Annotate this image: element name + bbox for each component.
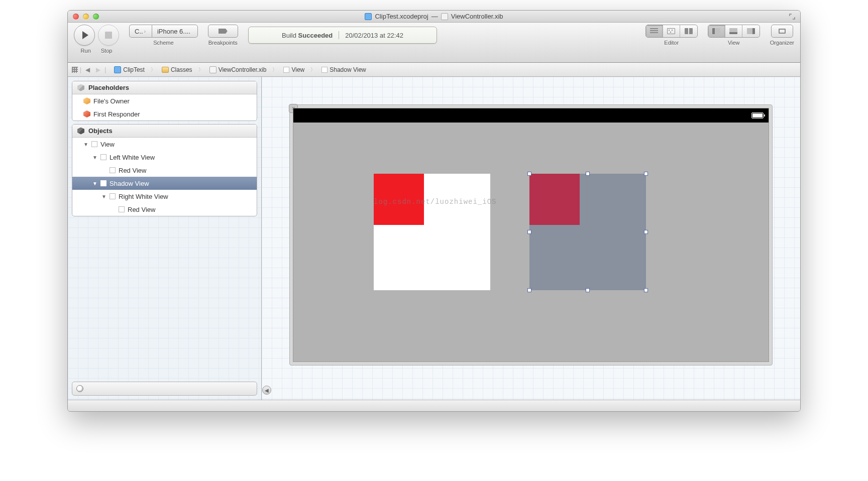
right-panel-icon xyxy=(747,28,755,34)
utilities-panel-button[interactable] xyxy=(742,25,759,37)
toolbar: Run Stop C..› iPhone 6.... Scheme Breakp… xyxy=(68,23,800,63)
scheme-device-button[interactable]: iPhone 6.... xyxy=(152,25,198,38)
chevron-right-icon: 〉 xyxy=(197,66,204,73)
fullscreen-button[interactable] xyxy=(788,13,796,21)
selection-handle[interactable] xyxy=(586,172,590,176)
simulated-status-bar xyxy=(293,108,769,123)
selection-handle[interactable] xyxy=(586,288,590,292)
back-button[interactable]: ◀ xyxy=(83,66,92,73)
outline-item-files-owner[interactable]: File's Owner xyxy=(72,94,257,107)
editor-mode-segment[interactable] xyxy=(645,25,698,38)
left-white-view[interactable] xyxy=(374,174,490,290)
xib-icon xyxy=(441,13,448,20)
breakpoints-label: Breakpoints xyxy=(208,40,238,46)
selection-handle[interactable] xyxy=(644,172,648,176)
scheme-selector[interactable]: C..› iPhone 6.... xyxy=(129,25,198,38)
selection-handle[interactable] xyxy=(527,230,531,234)
editor-label: Editor xyxy=(664,40,679,46)
folder-icon xyxy=(162,67,169,73)
run-group: Run Stop xyxy=(74,25,119,54)
objects-header: Objects xyxy=(72,125,257,138)
debug-panel-button[interactable] xyxy=(725,25,742,37)
view-icon xyxy=(110,167,116,173)
selection-handle[interactable] xyxy=(644,230,648,234)
assistant-editor-button[interactable] xyxy=(663,25,680,37)
disclosure-triangle-icon[interactable]: ▼ xyxy=(83,142,88,147)
disclosure-triangle-icon[interactable]: ▼ xyxy=(92,181,97,186)
outline-item-view[interactable]: ▼ View xyxy=(72,138,257,151)
path-seg-view[interactable]: View xyxy=(280,65,307,74)
placeholders-header: Placeholders xyxy=(72,81,257,94)
organizer-button[interactable] xyxy=(771,25,793,38)
objects-title: Objects xyxy=(88,127,113,135)
bottom-panel-icon xyxy=(729,28,737,34)
selection-handle[interactable] xyxy=(644,288,648,292)
close-window-button[interactable] xyxy=(73,14,79,20)
status-separator xyxy=(339,31,339,39)
selection-handle[interactable] xyxy=(527,288,531,292)
left-panel-icon xyxy=(712,28,720,34)
path-seg-xib[interactable]: ViewController.xib xyxy=(206,65,270,74)
build-status: Build Succeeded xyxy=(282,32,333,39)
cube-icon xyxy=(77,128,84,135)
window-title: ClipTest.xcodeproj — ViewController.xib xyxy=(68,13,800,20)
zoom-window-button[interactable] xyxy=(93,14,99,20)
forward-button[interactable]: ▶ xyxy=(94,66,102,73)
related-items-icon[interactable] xyxy=(72,67,78,73)
outline-item-red2[interactable]: Red View xyxy=(72,203,257,216)
interface-builder-canvas[interactable]: ◀ × xyxy=(262,77,800,400)
path-label: ViewController.xib xyxy=(219,66,267,73)
stop-label: Stop xyxy=(101,48,113,54)
view-panels-segment[interactable] xyxy=(708,25,760,38)
project-file-name: ClipTest.xcodeproj xyxy=(375,13,428,20)
selection-handle[interactable] xyxy=(527,172,531,176)
path-seg-shadow[interactable]: Shadow View xyxy=(318,65,369,74)
objects-panel: Objects ▼ View ▼ Left White View Red Vie… xyxy=(72,124,257,216)
stop-button[interactable] xyxy=(98,25,119,46)
jump-bar-separator2: | xyxy=(104,66,106,73)
breakpoints-button[interactable] xyxy=(208,25,238,38)
organizer-label: Organizer xyxy=(770,40,794,46)
root-view[interactable]: log.csdn.net/luozhiwei_iOS xyxy=(293,108,769,362)
dock-toggle-button[interactable]: ◀ xyxy=(262,386,271,395)
left-red-view[interactable] xyxy=(374,174,424,225)
scheme-project-button[interactable]: C..› xyxy=(129,25,152,38)
xib-icon xyxy=(209,66,216,73)
outline-item-first-responder[interactable]: First Responder xyxy=(72,107,257,121)
outline-item-shadow[interactable]: ▼ Shadow View xyxy=(72,177,257,190)
outline-item-left-white[interactable]: ▼ Left White View xyxy=(72,151,257,164)
path-label: Shadow View xyxy=(330,66,366,73)
placeholder-icon xyxy=(83,97,90,104)
path-seg-folder[interactable]: Classes xyxy=(159,65,195,74)
title-bar: ClipTest.xcodeproj — ViewController.xib xyxy=(68,11,800,23)
outline-item-label: First Responder xyxy=(93,110,140,118)
breakpoint-icon xyxy=(219,29,228,34)
standard-editor-button[interactable] xyxy=(646,25,663,37)
shadow-view-selected[interactable] xyxy=(529,174,646,290)
outline-item-label: Left White View xyxy=(110,154,155,161)
minimize-window-button[interactable] xyxy=(83,14,89,20)
outline-item-right-white[interactable]: ▼ Right White View xyxy=(72,190,257,203)
disclosure-triangle-icon[interactable]: ▼ xyxy=(101,194,106,199)
disclosure-triangle-icon[interactable]: ▼ xyxy=(92,155,97,160)
outline-item-label: Right White View xyxy=(119,193,168,200)
version-editor-button[interactable] xyxy=(680,25,697,37)
path-seg-project[interactable]: ClipTest xyxy=(111,65,148,74)
view-label: View xyxy=(728,40,740,46)
window-status-bar xyxy=(68,400,800,411)
standard-editor-icon xyxy=(650,28,658,34)
run-button[interactable] xyxy=(74,25,95,46)
outline-filter-bar[interactable] xyxy=(72,382,257,396)
chevron-right-icon: 〉 xyxy=(309,66,316,73)
document-outline: Placeholders File's Owner First Responde… xyxy=(68,77,262,400)
chevron-right-icon: 〉 xyxy=(150,66,157,73)
scheme-group: C..› iPhone 6.... Scheme xyxy=(129,25,198,46)
cube-icon xyxy=(77,84,84,91)
build-result: Succeeded xyxy=(298,32,333,39)
view-icon xyxy=(119,206,125,212)
right-red-view[interactable] xyxy=(529,174,580,225)
outline-item-red1[interactable]: Red View xyxy=(72,164,257,177)
navigator-panel-button[interactable] xyxy=(708,25,725,37)
jump-bar: | ◀ ▶ | ClipTest 〉 Classes 〉 ViewControl… xyxy=(68,63,800,77)
chevron-right-icon: › xyxy=(143,29,147,34)
